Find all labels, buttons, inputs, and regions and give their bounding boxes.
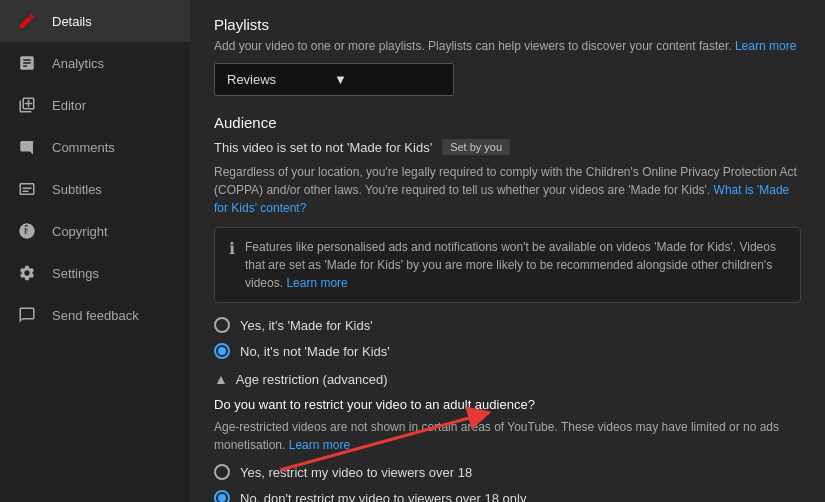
main-content: Playlists Add your video to one or more … [190, 0, 825, 502]
age-restriction-section: ▲ Age restriction (advanced) Do you want… [214, 371, 801, 502]
playlist-dropdown[interactable]: Reviews ▼ [214, 63, 454, 96]
sidebar-item-subtitles[interactable]: Subtitles [0, 168, 190, 210]
audience-section: Audience This video is set to not 'Made … [214, 114, 801, 359]
radio-yes-restrict[interactable]: Yes, restrict my video to viewers over 1… [214, 464, 801, 480]
send-feedback-icon [16, 304, 38, 326]
comments-icon [16, 136, 38, 158]
sidebar-item-details[interactable]: Details [0, 0, 190, 42]
info-icon: ℹ [229, 239, 235, 292]
radio-no-restrict-circle [214, 490, 230, 502]
playlist-selected-value: Reviews [227, 72, 334, 87]
sidebar-item-comments-label: Comments [52, 140, 115, 155]
radio-yes-kids-label: Yes, it's 'Made for Kids' [240, 318, 373, 333]
audience-title: Audience [214, 114, 801, 131]
radio-no-kids-label: No, it's not 'Made for Kids' [240, 344, 390, 359]
chevron-down-icon: ▼ [334, 72, 441, 87]
sidebar-item-editor-label: Editor [52, 98, 86, 113]
sidebar-item-comments[interactable]: Comments [0, 126, 190, 168]
radio-no-restrict[interactable]: No, don't restrict my video to viewers o… [214, 490, 801, 502]
content-wrapper: Playlists Add your video to one or more … [190, 0, 825, 502]
settings-icon [16, 262, 38, 284]
playlists-learn-more-link[interactable]: Learn more [735, 39, 796, 53]
chevron-up-icon: ▲ [214, 371, 228, 387]
sidebar-item-analytics-label: Analytics [52, 56, 104, 71]
playlists-section: Playlists Add your video to one or more … [214, 16, 801, 96]
age-restriction-learn-more-link[interactable]: Learn more [289, 438, 350, 452]
sidebar-item-analytics[interactable]: Analytics [0, 42, 190, 84]
playlists-description: Add your video to one or more playlists.… [214, 39, 801, 53]
audience-learn-more-link[interactable]: Learn more [286, 276, 347, 290]
sidebar-item-copyright-label: Copyright [52, 224, 108, 239]
playlists-title: Playlists [214, 16, 801, 33]
sidebar-item-editor[interactable]: Editor [0, 84, 190, 126]
subtitles-icon [16, 178, 38, 200]
age-restriction-desc: Age-restricted videos are not shown in c… [214, 418, 801, 454]
radio-no-kids[interactable]: No, it's not 'Made for Kids' [214, 343, 801, 359]
radio-yes-restrict-label: Yes, restrict my video to viewers over 1… [240, 465, 472, 480]
audience-status-row: This video is set to not 'Made for Kids'… [214, 139, 801, 155]
info-box: ℹ Features like personalised ads and not… [214, 227, 801, 303]
audience-status-text: This video is set to not 'Made for Kids' [214, 140, 432, 155]
radio-yes-restrict-circle [214, 464, 230, 480]
sidebar-item-settings[interactable]: Settings [0, 252, 190, 294]
svg-text:©: © [24, 227, 30, 236]
sidebar-item-details-label: Details [52, 14, 92, 29]
sidebar-item-send-feedback[interactable]: Send feedback [0, 294, 190, 336]
sidebar-item-settings-label: Settings [52, 266, 99, 281]
sidebar-item-copyright[interactable]: © Copyright [0, 210, 190, 252]
info-box-text: Features like personalised ads and notif… [245, 238, 786, 292]
age-restriction-question: Do you want to restrict your video to an… [214, 397, 801, 412]
radio-no-kids-circle [214, 343, 230, 359]
radio-yes-kids[interactable]: Yes, it's 'Made for Kids' [214, 317, 801, 333]
radio-no-restrict-label: No, don't restrict my video to viewers o… [240, 491, 526, 503]
age-restriction-header[interactable]: ▲ Age restriction (advanced) [214, 371, 801, 387]
audience-legal-text: Regardless of your location, you're lega… [214, 163, 801, 217]
radio-yes-kids-circle [214, 317, 230, 333]
copyright-icon: © [16, 220, 38, 242]
sidebar: Details Analytics Editor Comments Subtit… [0, 0, 190, 502]
details-icon [16, 10, 38, 32]
age-restriction-title: Age restriction (advanced) [236, 372, 388, 387]
analytics-icon [16, 52, 38, 74]
set-by-you-badge: Set by you [442, 139, 510, 155]
editor-icon [16, 94, 38, 116]
sidebar-item-subtitles-label: Subtitles [52, 182, 102, 197]
sidebar-item-send-feedback-label: Send feedback [52, 308, 139, 323]
